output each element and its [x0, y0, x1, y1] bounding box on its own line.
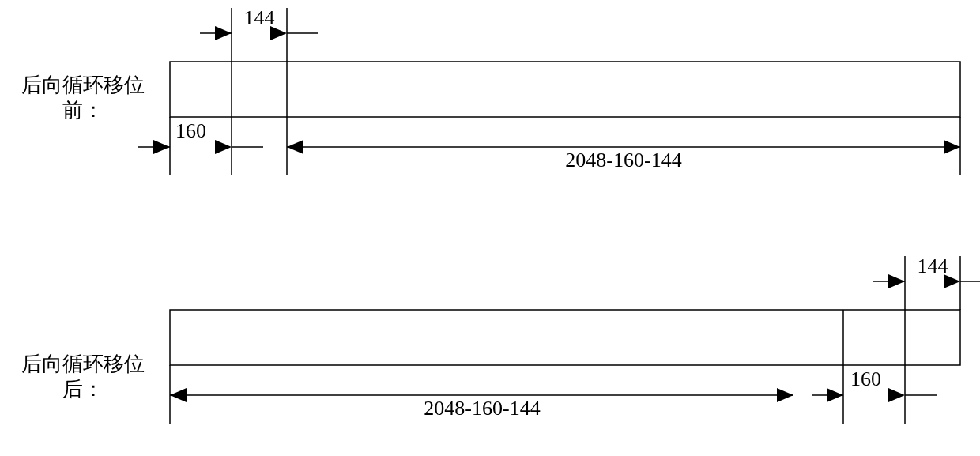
- label-after-line2: 后：: [62, 378, 104, 401]
- label-after-line1: 后向循环移位: [21, 352, 145, 375]
- top-160-value: 160: [175, 119, 206, 142]
- bottom-160-value: 160: [850, 367, 881, 390]
- bottom-144-value: 144: [918, 254, 948, 277]
- top-main-value: 2048-160-144: [565, 149, 681, 171]
- bottom-main-value: 2048-160-144: [424, 397, 540, 420]
- top-144-value: 144: [244, 6, 275, 29]
- label-before-line2: 前：: [62, 99, 104, 122]
- cyclic-shift-diagram: 后向循环移位 前： 144 160 2048-160-144 后向循环移位 后：…: [0, 0, 980, 456]
- top-rect: [170, 62, 960, 117]
- label-before-line1: 后向循环移位: [21, 73, 145, 96]
- bottom-rect: [170, 310, 960, 365]
